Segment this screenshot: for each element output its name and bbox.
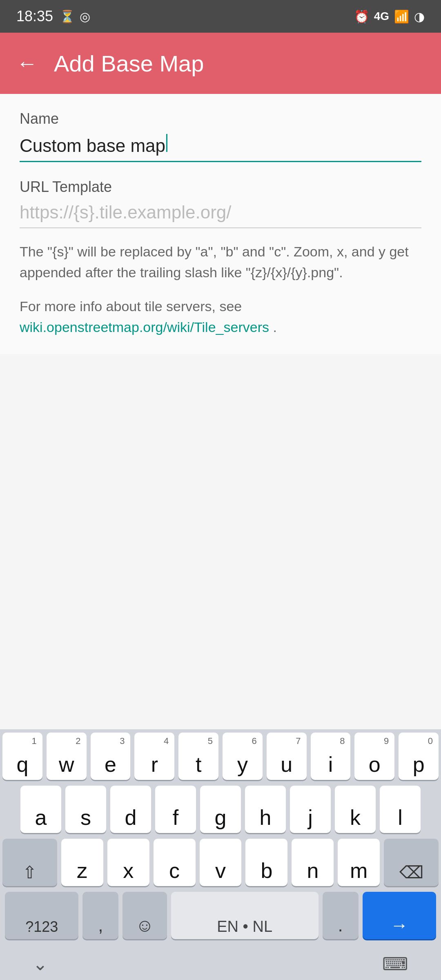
key-l[interactable]: l: [380, 786, 421, 833]
key-n[interactable]: n: [292, 839, 334, 886]
key-e-number: 3: [120, 737, 125, 746]
shift-icon: ⇧: [22, 864, 37, 881]
url-field-label: URL Template: [20, 178, 421, 196]
comma-key-label: ,: [98, 916, 103, 934]
status-left: 18:35 ⏳ ◎: [16, 8, 90, 25]
key-k-letter: k: [350, 807, 361, 828]
key-s[interactable]: s: [65, 786, 106, 833]
key-p-number: 0: [428, 737, 433, 746]
key-a[interactable]: a: [20, 786, 61, 833]
enter-key[interactable]: →: [363, 892, 436, 939]
name-input[interactable]: Custom base map: [20, 131, 421, 162]
key-h-letter: h: [260, 807, 272, 828]
key-x-letter: x: [123, 860, 134, 881]
status-icons-left: ⏳ ◎: [60, 9, 90, 24]
key-r-letter: r: [151, 754, 158, 775]
key-f-letter: f: [173, 807, 178, 828]
key-w-letter: w: [59, 754, 74, 775]
key-a-letter: a: [35, 807, 47, 828]
key-y-number: 6: [252, 737, 257, 746]
key-h[interactable]: h: [245, 786, 286, 833]
keyboard-type-button[interactable]: ⌨: [382, 953, 408, 974]
key-d[interactable]: d: [110, 786, 151, 833]
key-l-letter: l: [398, 807, 403, 828]
info-text-before: For more info about tile servers, see: [20, 298, 242, 314]
keyboard-bottom-row: ?123 , ☺ EN • NL . →: [2, 892, 439, 947]
key-o-number: 9: [384, 737, 389, 746]
key-u-letter: u: [281, 754, 292, 775]
language-key[interactable]: EN • NL: [171, 892, 318, 939]
comma-key[interactable]: ,: [82, 892, 118, 939]
key-i[interactable]: 8 i: [311, 733, 351, 780]
battery-icon: ◑: [414, 9, 425, 24]
key-i-number: 8: [340, 737, 345, 746]
tile-servers-link[interactable]: wiki.openstreetmap.org/wiki/Tile_servers: [20, 319, 269, 335]
url-input-wrapper: https://{s}.tile.example.org/: [20, 199, 421, 228]
key-t-letter: t: [196, 754, 201, 775]
period-key[interactable]: .: [323, 892, 359, 939]
key-b[interactable]: b: [245, 839, 287, 886]
period-key-label: .: [338, 916, 343, 934]
key-o[interactable]: 9 o: [354, 733, 394, 780]
key-e[interactable]: 3 e: [91, 733, 131, 780]
key-q[interactable]: 1 q: [2, 733, 42, 780]
key-w-number: 2: [76, 737, 80, 746]
page-title: Add Base Map: [54, 50, 204, 77]
info-text: For more info about tile servers, see wi…: [20, 296, 421, 338]
key-j[interactable]: j: [290, 786, 331, 833]
key-g-letter: g: [215, 807, 227, 828]
text-cursor: [166, 134, 167, 152]
key-p-letter: p: [413, 754, 425, 775]
key-w[interactable]: 2 w: [47, 733, 87, 780]
form-content: Name Custom base map URL Template https:…: [0, 94, 441, 354]
key-r[interactable]: 4 r: [134, 733, 174, 780]
key-t-number: 5: [208, 737, 213, 746]
key-z-letter: z: [77, 860, 87, 881]
name-input-value: Custom base map: [20, 136, 165, 156]
key-r-number: 4: [164, 737, 169, 746]
key-y[interactable]: 6 y: [223, 733, 263, 780]
numbers-key-label: ?123: [25, 920, 58, 934]
key-v[interactable]: v: [200, 839, 242, 886]
status-time: 18:35: [16, 8, 53, 25]
keyboard: 1 q 2 w 3 e 4 r 5 t 6 y: [0, 729, 441, 980]
key-d-letter: d: [125, 807, 137, 828]
key-u[interactable]: 7 u: [267, 733, 307, 780]
hide-keyboard-button[interactable]: ⌄: [33, 953, 48, 974]
key-c-letter: c: [169, 860, 180, 881]
emoji-key[interactable]: ☺: [122, 892, 167, 939]
key-g[interactable]: g: [200, 786, 241, 833]
key-n-letter: n: [307, 860, 318, 881]
key-k[interactable]: k: [335, 786, 376, 833]
shift-key[interactable]: ⇧: [2, 839, 57, 886]
backspace-key[interactable]: ⌫: [384, 839, 439, 886]
key-q-number: 1: [32, 737, 37, 746]
info-text-end: .: [269, 319, 277, 335]
hourglass-icon: ⏳: [60, 9, 75, 24]
sync-icon: ◎: [80, 9, 90, 24]
numbers-key[interactable]: ?123: [5, 892, 78, 939]
name-field-label: Name: [20, 110, 421, 127]
key-u-number: 7: [296, 737, 301, 746]
key-x[interactable]: x: [107, 839, 149, 886]
emoji-key-label: ☺: [136, 916, 154, 934]
keyboard-row-3: ⇧ z x c v b n m ⌫: [2, 839, 439, 886]
status-bar: 18:35 ⏳ ◎ ⏰ 4G 📶 ◑: [0, 0, 441, 33]
back-button[interactable]: ←: [16, 51, 38, 76]
app-bar: ← Add Base Map: [0, 33, 441, 94]
url-input[interactable]: https://{s}.tile.example.org/: [20, 199, 421, 228]
key-z[interactable]: z: [61, 839, 103, 886]
key-q-letter: q: [16, 754, 28, 775]
key-o-letter: o: [369, 754, 381, 775]
status-icons-right: ⏰ 4G 📶 ◑: [354, 9, 425, 24]
key-f[interactable]: f: [155, 786, 196, 833]
keyboard-row-1: 1 q 2 w 3 e 4 r 5 t 6 y: [2, 733, 439, 780]
key-j-letter: j: [308, 807, 313, 828]
signal-4g-icon: 4G: [374, 10, 389, 23]
name-input-wrapper: Custom base map: [20, 131, 421, 162]
key-c[interactable]: c: [154, 839, 196, 886]
key-p[interactable]: 0 p: [399, 733, 439, 780]
key-m[interactable]: m: [338, 839, 380, 886]
key-t[interactable]: 5 t: [178, 733, 218, 780]
key-b-letter: b: [261, 860, 272, 881]
